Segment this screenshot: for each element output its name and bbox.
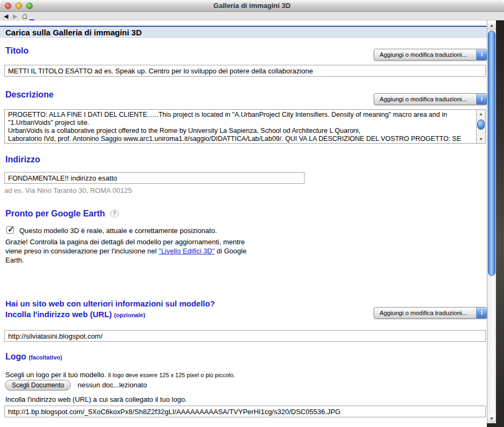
scrollbar-thumb[interactable] bbox=[488, 31, 495, 276]
desktop-background-strip bbox=[496, 20, 504, 427]
title-input[interactable] bbox=[4, 65, 486, 77]
dropdown-stepper-icon: ▲▼ bbox=[476, 308, 487, 318]
translations-dropdown-titolo[interactable]: Aggiungi o modifica traduzioni... ▲▼ bbox=[374, 49, 487, 61]
section-heading-google-earth: Pronto per Google Earth? bbox=[5, 209, 118, 219]
translations-dropdown-website[interactable]: Aggiungi o modifica traduzioni... ▲▼ bbox=[374, 307, 487, 319]
section-heading-descrizione: Descrizione bbox=[5, 90, 54, 100]
help-icon[interactable]: ? bbox=[110, 209, 118, 218]
address-input[interactable] bbox=[4, 172, 305, 184]
section-heading-indirizzo: Indirizzo bbox=[5, 155, 40, 164]
logo-choose-line: Scegli un logo per il tuo modello. Il lo… bbox=[5, 371, 235, 379]
no-file-selected-text: nessun doc...lezionato bbox=[78, 381, 147, 389]
google-earth-checkbox-label: Questo modello 3D è reale, attuale e cor… bbox=[19, 227, 217, 235]
window-corner bbox=[487, 423, 496, 427]
home-icon[interactable]: ⌂ bbox=[22, 11, 27, 21]
window-titlebar: Galleria di immagini 3D bbox=[0, 0, 504, 12]
dropdown-label: Aggiungi o modifica traduzioni... bbox=[374, 49, 487, 60]
description-field-frame: PROGETTO: ALLA FINE I DATI DEL CLIENTE..… bbox=[4, 109, 486, 144]
logo-url-input[interactable] bbox=[4, 406, 486, 417]
website-heading-line1: Hai un sito web con ulteriori informazio… bbox=[5, 299, 215, 308]
google-earth-note: Grazie! Controlla la pagina dei dettagli… bbox=[5, 237, 260, 265]
section-heading-logo: Logo (facoltativo) bbox=[5, 352, 62, 362]
translations-dropdown-descrizione[interactable]: Aggiungi o modifica traduzioni... ▲▼ bbox=[374, 93, 487, 105]
scroll-up-icon[interactable]: ▲ bbox=[487, 21, 496, 30]
page-title: Carica sulla Galleria di immagini 3D bbox=[0, 26, 487, 38]
window-title: Galleria di immagini 3D bbox=[0, 2, 504, 10]
back-icon[interactable]: ◀ bbox=[4, 12, 8, 20]
page-scrollbar[interactable]: ▲ ▼ bbox=[487, 20, 496, 423]
description-textarea[interactable]: PROGETTO: ALLA FINE I DATI DEL CLIENTE..… bbox=[5, 110, 485, 143]
website-heading-line2: Incolla l'indirizzo web (URL) (opzionale… bbox=[5, 310, 145, 319]
scroll-down-icon[interactable]: ▼ bbox=[487, 414, 496, 423]
dropdown-stepper-icon: ▲▼ bbox=[476, 94, 487, 104]
checkmark-icon: ✓ bbox=[8, 224, 14, 234]
scrollbar-thumb[interactable] bbox=[477, 119, 485, 130]
page-content: Carica sulla Galleria di immagini 3D Tit… bbox=[0, 20, 487, 427]
section-heading-titolo: Titolo bbox=[5, 46, 28, 56]
optional-label: (opzionale) bbox=[114, 312, 145, 318]
google-earth-checkbox[interactable]: ✓ bbox=[6, 226, 14, 234]
address-hint: ad es. Via Nino Taranto 30, ROMA 00125 bbox=[4, 186, 132, 194]
choose-file-button[interactable]: Scegli Documento bbox=[5, 380, 71, 391]
logo-file-row: Scegli Documento nessun doc...lezionato bbox=[5, 380, 147, 391]
scroll-up-icon[interactable]: ▲ bbox=[477, 110, 485, 117]
logo-size-hint: Il logo deve essere 125 x 125 pixel o pi… bbox=[108, 372, 235, 378]
website-url-input[interactable] bbox=[4, 330, 486, 342]
dropdown-label: Aggiungi o modifica traduzioni... bbox=[374, 308, 487, 318]
scroll-down-icon[interactable]: ▼ bbox=[477, 136, 485, 143]
dropdown-stepper-icon: ▲▼ bbox=[476, 49, 487, 60]
browser-toolbar: ◀ ▶ ⌂ bbox=[0, 12, 504, 20]
optional-label: (facoltativo) bbox=[29, 354, 62, 361]
forward-icon[interactable]: ▶ bbox=[13, 12, 17, 20]
logo-url-label: Incolla l'indirizzo web (URL) a cui sarà… bbox=[5, 395, 187, 403]
description-scrollbar[interactable]: ▲ ▼ bbox=[476, 110, 485, 143]
dropdown-label: Aggiungi o modifica traduzioni... bbox=[374, 94, 487, 104]
buildings-layer-link[interactable]: "Livello Edifici 3D" bbox=[159, 247, 215, 255]
